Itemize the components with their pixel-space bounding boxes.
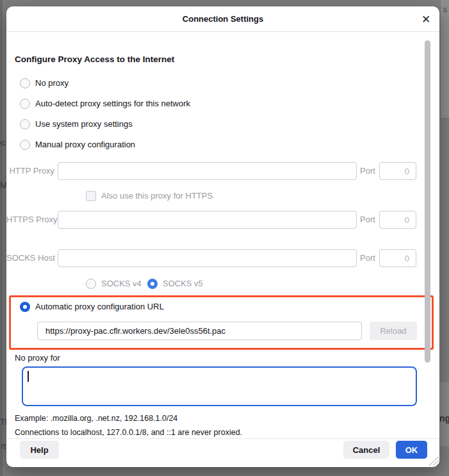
never-proxied-note: Connections to localhost, 127.0.0.1/8, a…: [15, 427, 242, 438]
radio-socks-v4[interactable]: [86, 279, 96, 289]
section-heading: Configure Proxy Access to the Internet: [15, 54, 174, 64]
http-proxy-row: HTTP Proxy Port: [6, 162, 439, 180]
radio-socks-v5[interactable]: [147, 279, 158, 289]
background-text-fragment: rt: [1, 441, 6, 451]
help-button[interactable]: Help: [20, 441, 59, 459]
radio-no-proxy-label: No proxy: [35, 78, 69, 88]
socks-host-input[interactable]: [58, 249, 357, 267]
also-use-https-checkbox[interactable]: [86, 191, 96, 201]
example-text: Example: .mozilla.org, .net.nz, 192.168.…: [15, 413, 177, 423]
radio-socks-v5-label: SOCKS v5: [163, 279, 203, 289]
no-proxy-textarea[interactable]: [22, 366, 417, 406]
http-proxy-input[interactable]: [58, 162, 357, 180]
radio-no-proxy[interactable]: [20, 78, 30, 88]
proxy-url-input[interactable]: [37, 322, 362, 340]
scrollbar-thumb[interactable]: [425, 40, 430, 363]
connection-settings-dialog: Connection Settings ✕ Configure Proxy Ac…: [6, 6, 439, 467]
ok-button[interactable]: OK: [396, 441, 427, 459]
radio-manual-proxy[interactable]: [20, 140, 30, 150]
socks-port-input[interactable]: [379, 249, 416, 267]
reload-button[interactable]: Reload: [370, 322, 417, 340]
dialog-title: Connection Settings: [6, 6, 439, 32]
background-text-fragment: s: [443, 5, 447, 14]
https-port-input[interactable]: [379, 211, 416, 229]
http-port-label: Port: [360, 162, 377, 180]
dialog-header: Connection Settings ✕: [6, 6, 439, 32]
close-icon[interactable]: ✕: [418, 12, 434, 28]
https-proxy-label: HTTPS Proxy: [6, 211, 54, 229]
background-edge-strip: [0, 0, 3, 476]
resize-grip-icon[interactable]: [429, 456, 438, 466]
radio-automatic-proxy-url-label: Automatic proxy configuration URL: [35, 302, 164, 312]
also-use-https-label: Also use this proxy for HTTPS: [101, 191, 213, 201]
radio-auto-detect[interactable]: [20, 99, 30, 109]
radio-auto-detect-label: Auto-detect proxy settings for this netw…: [35, 99, 190, 109]
radio-system-proxy-label: Use system proxy settings: [35, 119, 133, 129]
background-text-fragment: ec: [0, 138, 6, 147]
socks-host-row: SOCKS Host Port: [6, 249, 439, 267]
http-port-input[interactable]: [379, 162, 416, 180]
socks-port-label: Port: [360, 249, 377, 267]
https-port-label: Port: [360, 211, 377, 229]
radio-automatic-proxy-url[interactable]: [20, 302, 30, 312]
cancel-button[interactable]: Cancel: [343, 441, 389, 459]
socks-host-label: SOCKS Host: [6, 249, 54, 267]
https-proxy-row: HTTPS Proxy Port: [6, 211, 439, 229]
text-cursor: [28, 371, 29, 382]
screen: s ec M Th rt ng Connection Settings ✕ Co…: [0, 0, 449, 476]
background-text-fragment: ng: [439, 413, 449, 423]
radio-manual-proxy-label: Manual proxy configuration: [35, 140, 135, 150]
radio-socks-v4-label: SOCKS v4: [101, 279, 142, 289]
https-proxy-input[interactable]: [58, 211, 357, 229]
radio-system-proxy[interactable]: [20, 119, 30, 129]
footer-divider: [6, 438, 439, 439]
background-panel: s: [440, 0, 449, 119]
http-proxy-label: HTTP Proxy: [6, 162, 54, 180]
no-proxy-for-label: No proxy for: [15, 353, 60, 363]
